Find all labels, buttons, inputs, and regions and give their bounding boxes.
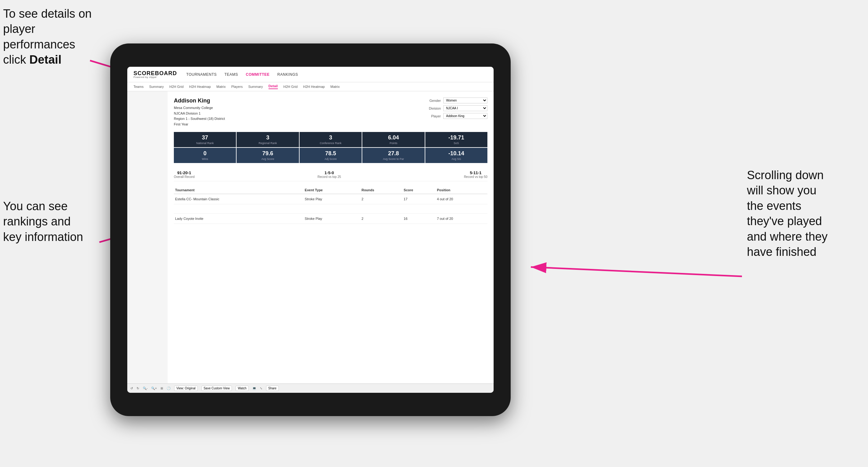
stat-wins: 0 Wins <box>174 148 236 163</box>
share-button[interactable]: Share <box>266 386 279 391</box>
player-college: Mesa Community College <box>174 105 225 111</box>
cell-tournament-2 <box>174 204 304 214</box>
cell-position-3: 7 out of 20 <box>436 214 487 224</box>
player-controls: Gender Women Division NJCAA I <box>425 97 487 127</box>
main-content: Addison King Mesa Community College NJCA… <box>127 91 494 383</box>
sub-nav-teams[interactable]: Teams <box>133 85 144 89</box>
cell-position-2 <box>436 204 487 214</box>
records-row: 91-20-1 Overall Record 1-5-0 Record vs t… <box>174 168 487 181</box>
col-score: Score <box>402 186 436 194</box>
annotation-bottom-left: You can see rankings and key information <box>3 199 108 245</box>
record-overall: 91-20-1 Overall Record <box>174 170 195 179</box>
bottom-toolbar: ↺ ↻ 🔍- 🔍+ ⊞ 🕐 View: Original Save Custom… <box>127 383 494 393</box>
main-nav: TOURNAMENTS TEAMS COMMITTEE RANKINGS <box>186 72 298 77</box>
annotation-right: Scrolling down will show you the events … <box>747 168 862 259</box>
division-select[interactable]: NJCAA I <box>443 105 487 111</box>
sub-nav-summary[interactable]: Summary <box>149 85 164 89</box>
player-region: Region 1 - Southwest (18) District <box>174 116 225 122</box>
division-label: Division <box>425 106 441 110</box>
sub-nav-matrix[interactable]: Matrix <box>216 85 226 89</box>
player-name: Addison King <box>174 97 225 104</box>
cell-event-type-2 <box>304 204 361 214</box>
stat-national-rank: 37 National Rank <box>174 132 236 147</box>
logo-text: SCOREBOARD <box>133 70 177 76</box>
sub-nav-summary2[interactable]: Summary <box>248 85 263 89</box>
expand-icon[interactable]: ⤡ <box>260 386 262 390</box>
col-tournament: Tournament <box>174 186 304 194</box>
svg-line-3 <box>531 267 742 276</box>
stat-points: 6.04 Points <box>362 132 424 147</box>
stat-adj-score: 78.5 Adj Score <box>300 148 362 163</box>
tablet-screen: SCOREBOARD Powered by clippd TOURNAMENTS… <box>127 67 494 393</box>
cell-score-1: 17 <box>402 194 436 204</box>
clock-icon[interactable]: 🕐 <box>167 386 170 390</box>
table-row: Estella CC- Mountain Classic Stroke Play… <box>174 194 487 204</box>
cell-score-2 <box>402 204 436 214</box>
cell-score-3: 16 <box>402 214 436 224</box>
cell-rounds-3: 2 <box>360 214 402 224</box>
player-info: Addison King Mesa Community College NJCA… <box>174 97 225 127</box>
screen-icon[interactable]: 💻 <box>252 386 256 390</box>
col-position: Position <box>436 186 487 194</box>
cell-tournament-1: Estella CC- Mountain Classic <box>174 194 304 204</box>
sub-nav-detail[interactable]: Detail <box>269 84 278 89</box>
stat-conference-rank: 3 Conference Rank <box>300 132 362 147</box>
sub-nav-h2h-heatmap[interactable]: H2H Heatmap <box>189 85 211 89</box>
stats-row-1: 37 National Rank 3 Regional Rank 3 Confe… <box>174 132 487 147</box>
annotation-top-left: To see details on player performances cl… <box>3 6 108 68</box>
col-event-type: Event Type <box>304 186 361 194</box>
content-panel: Addison King Mesa Community College NJCA… <box>168 91 494 383</box>
player-header: Addison King Mesa Community College NJCA… <box>174 97 487 127</box>
cell-event-type-3: Stroke Play <box>304 214 361 224</box>
record-top25: 1-5-0 Record vs top 25 <box>318 170 341 179</box>
layout-icon[interactable]: ⊞ <box>160 386 163 390</box>
watch-button[interactable]: Watch <box>236 386 249 391</box>
zoom-in-icon[interactable]: 🔍+ <box>151 386 157 390</box>
cell-rounds-2 <box>360 204 402 214</box>
gender-label: Gender <box>425 99 441 102</box>
sub-nav-h2h-grid2[interactable]: H2H Grid <box>283 85 298 89</box>
sub-nav: Teams Summary H2H Grid H2H Heatmap Matri… <box>127 82 494 91</box>
tablet-device: SCOREBOARD Powered by clippd TOURNAMENTS… <box>110 43 511 416</box>
logo-area: SCOREBOARD Powered by clippd <box>133 70 177 79</box>
player-year: First Year <box>174 122 225 127</box>
stat-avg-score-par: 27.8 Avg Score to Par <box>362 148 424 163</box>
player-control: Player Addison King <box>425 113 487 119</box>
table-row <box>174 204 487 214</box>
table-header-row: Tournament Event Type Rounds Score Posit… <box>174 186 487 194</box>
col-rounds: Rounds <box>360 186 402 194</box>
player-division: NJCAA Division 1 <box>174 111 225 117</box>
left-sidebar <box>127 91 168 383</box>
view-original-button[interactable]: View: Original <box>174 386 198 391</box>
save-custom-view-button[interactable]: Save Custom View <box>202 386 232 391</box>
player-label: Player <box>425 114 441 118</box>
stat-avg-sg: -10.14 Avg SG <box>425 148 487 163</box>
tournament-table: Tournament Event Type Rounds Score Posit… <box>174 186 487 224</box>
cell-event-type-1: Stroke Play <box>304 194 361 204</box>
stat-regional-rank: 3 Regional Rank <box>237 132 299 147</box>
cell-rounds-1: 2 <box>360 194 402 204</box>
cell-tournament-3: Lady Coyote Invite <box>174 214 304 224</box>
gender-select[interactable]: Women <box>443 97 487 103</box>
table-row: Lady Coyote Invite Stroke Play 2 16 7 ou… <box>174 214 487 224</box>
gender-control: Gender Women <box>425 97 487 103</box>
stats-row-2: 0 Wins 79.6 Avg Score 78.5 Adj Score 27.… <box>174 148 487 163</box>
sub-nav-h2h-heatmap2[interactable]: H2H Heatmap <box>303 85 325 89</box>
player-select[interactable]: Addison King <box>443 113 487 119</box>
nav-teams[interactable]: TEAMS <box>224 72 238 77</box>
sub-nav-matrix2[interactable]: Matrix <box>330 85 340 89</box>
zoom-out-icon[interactable]: 🔍- <box>143 386 148 390</box>
redo-icon[interactable]: ↻ <box>136 386 139 390</box>
sub-nav-h2h-grid[interactable]: H2H Grid <box>169 85 183 89</box>
stat-avg-score: 79.6 Avg Score <box>237 148 299 163</box>
nav-tournaments[interactable]: TOURNAMENTS <box>186 72 217 77</box>
stat-sos: -19.71 SoS <box>425 132 487 147</box>
record-top50: 5-11-1 Record vs top 50 <box>464 170 487 179</box>
nav-committee[interactable]: COMMITTEE <box>246 72 270 77</box>
nav-rankings[interactable]: RANKINGS <box>277 72 298 77</box>
undo-icon[interactable]: ↺ <box>130 386 133 390</box>
division-control: Division NJCAA I <box>425 105 487 111</box>
app-header: SCOREBOARD Powered by clippd TOURNAMENTS… <box>127 67 494 82</box>
sub-nav-players[interactable]: Players <box>231 85 243 89</box>
logo-sub: Powered by clippd <box>133 76 177 79</box>
